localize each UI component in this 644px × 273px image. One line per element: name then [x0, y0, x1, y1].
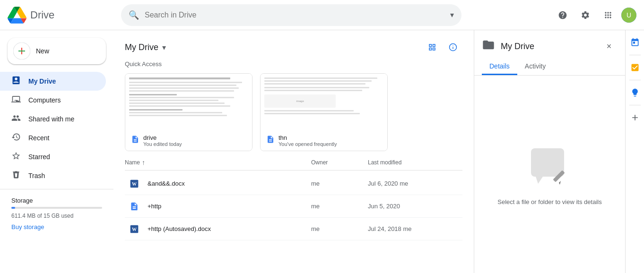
- new-label: New: [36, 47, 49, 55]
- quick-card-drive-name: drive: [143, 134, 182, 141]
- storage-label: Storage: [11, 197, 102, 204]
- tab-activity[interactable]: Activity: [517, 59, 553, 75]
- table-row[interactable]: W +http (Autosaved).docx me Jul 24, 2018…: [125, 218, 462, 240]
- content-area: My Drive ▾ Quick Access: [113, 30, 474, 273]
- starred-icon: [11, 151, 21, 163]
- search-input[interactable]: [145, 11, 444, 19]
- quick-card-thn-sub: You've opened frequently: [278, 141, 337, 147]
- trash-icon: [11, 170, 21, 182]
- file-row-name-1: +http: [144, 203, 311, 210]
- sidebar-item-recent[interactable]: Recent: [0, 128, 106, 147]
- panel-title: My Drive: [501, 42, 595, 51]
- recent-icon: [11, 132, 21, 144]
- right-panel: My Drive × Details Activity Select a fil…: [474, 30, 625, 273]
- my-drive-label: My Drive: [28, 77, 56, 85]
- my-drive-icon: [11, 76, 21, 87]
- file-list-header: Name ↑ Owner Last modified: [125, 159, 462, 171]
- sidebar-divider: [0, 189, 113, 189]
- topbar-right: U: [553, 6, 636, 25]
- sidebar-item-starred[interactable]: Starred: [0, 147, 106, 166]
- grid-view-btn[interactable]: [423, 38, 442, 57]
- new-button[interactable]: New: [8, 38, 106, 64]
- starred-label: Starred: [28, 153, 50, 161]
- card-info-thn: thn You've opened frequently: [261, 130, 387, 151]
- drive-doc-icon: [131, 135, 139, 146]
- keep-edge-btn[interactable]: [627, 84, 644, 101]
- logo-area: Drive: [8, 6, 121, 25]
- support-icon[interactable]: [553, 6, 572, 25]
- panel-close-button[interactable]: ×: [600, 38, 618, 55]
- search-bar: 🔍 ▾: [121, 4, 461, 26]
- computers-icon: [11, 94, 21, 106]
- header-actions: [423, 38, 462, 57]
- content-title: My Drive: [125, 43, 158, 52]
- panel-body: Select a file or folder to view its deta…: [474, 76, 625, 273]
- recent-label: Recent: [28, 134, 49, 142]
- sidebar-item-my-drive[interactable]: My Drive: [0, 72, 106, 91]
- shared-icon: [11, 113, 21, 125]
- tasks-edge-btn[interactable]: [627, 59, 644, 76]
- panel-tabs: Details Activity: [474, 55, 625, 76]
- computers-label: Computers: [28, 96, 61, 104]
- search-icon: 🔍: [129, 10, 139, 20]
- svg-text:U: U: [627, 11, 631, 19]
- topbar: Drive 🔍 ▾ U: [0, 0, 644, 30]
- file-row-owner-2: me: [311, 225, 368, 232]
- file-list: Name ↑ Owner Last modified W &and&&.docx…: [113, 159, 474, 240]
- app-title: Drive: [30, 9, 54, 21]
- file-row-icon-0: W: [125, 179, 144, 188]
- col-name-header[interactable]: Name ↑: [125, 159, 311, 166]
- quick-card-thn[interactable]: image thn You've opened frequently: [260, 73, 388, 151]
- svg-marker-11: [536, 177, 543, 184]
- buy-storage-link[interactable]: Buy storage: [11, 223, 44, 230]
- table-row[interactable]: +http me Jun 5, 2020: [125, 195, 462, 218]
- panel-folder-icon: [482, 38, 495, 54]
- file-row-icon-2: W: [125, 224, 144, 234]
- sidebar: New My Drive Computers Shared with me Re: [0, 30, 113, 273]
- panel-hint: Select a file or folder to view its deta…: [497, 198, 601, 205]
- tab-details[interactable]: Details: [482, 59, 517, 75]
- info-btn[interactable]: [444, 38, 462, 57]
- table-row[interactable]: W &and&&.docx me Jul 6, 2020 me: [125, 172, 462, 195]
- storage-bar: [11, 207, 102, 209]
- sort-arrow-icon: ↑: [142, 159, 145, 166]
- card-info-drive: drive You edited today: [125, 130, 252, 151]
- trash-label: Trash: [28, 172, 45, 179]
- file-row-modified-1: Jun 5, 2020: [368, 203, 462, 210]
- file-row-name-2: +http (Autosaved).docx: [144, 225, 311, 232]
- edge-divider-2: [629, 80, 641, 80]
- card-preview-drive: [125, 74, 252, 130]
- drive-logo-icon: [8, 6, 26, 25]
- quick-card-drive-sub: You edited today: [143, 141, 182, 147]
- quick-cards: drive You edited today: [125, 73, 462, 151]
- col-owner-header: Owner: [311, 159, 368, 166]
- file-row-modified-0: Jul 6, 2020 me: [368, 180, 462, 187]
- edge-divider-1: [629, 55, 641, 55]
- svg-text:W: W: [132, 227, 137, 232]
- user-avatar[interactable]: U: [621, 8, 636, 23]
- settings-icon[interactable]: [576, 6, 595, 25]
- svg-marker-13: [559, 181, 561, 185]
- apps-icon[interactable]: [599, 6, 618, 25]
- storage-section: Storage 611.4 MB of 15 GB used Buy stora…: [0, 193, 113, 234]
- svg-rect-10: [531, 148, 564, 177]
- edge-divider-3: [629, 105, 641, 105]
- file-row-owner-1: me: [311, 203, 368, 210]
- add-edge-btn[interactable]: [627, 109, 644, 126]
- card-preview-thn: image: [261, 74, 387, 130]
- thn-doc-icon: [266, 135, 275, 146]
- panel-illustration: [526, 144, 574, 191]
- my-drive-dropdown-icon[interactable]: ▾: [162, 43, 166, 52]
- quick-card-thn-name: thn: [278, 134, 337, 141]
- sidebar-item-computers[interactable]: Computers: [0, 91, 106, 110]
- quick-card-drive[interactable]: drive You edited today: [125, 73, 252, 151]
- file-row-name-0: &and&&.docx: [144, 180, 311, 187]
- storage-bar-fill: [11, 207, 15, 209]
- right-edge: [625, 30, 644, 273]
- sidebar-item-trash[interactable]: Trash: [0, 166, 106, 185]
- quick-access-title: Quick Access: [125, 60, 462, 68]
- calendar-edge-btn[interactable]: [627, 34, 644, 51]
- search-dropdown-icon[interactable]: ▾: [450, 10, 454, 19]
- shared-label: Shared with me: [28, 115, 74, 123]
- sidebar-item-shared[interactable]: Shared with me: [0, 110, 106, 128]
